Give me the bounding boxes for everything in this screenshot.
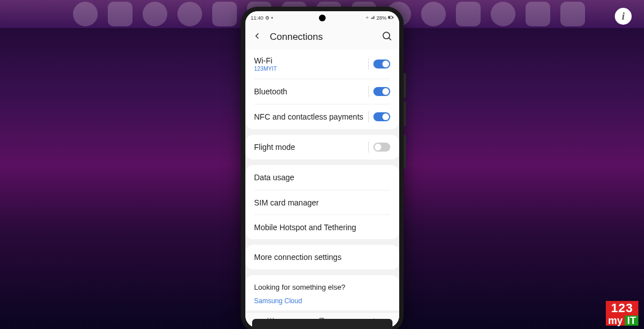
settings-row-wifi[interactable]: Wi-Fi 123MYIT: [245, 49, 399, 79]
dock-app-icon: [143, 2, 167, 26]
dock-app-icon: [456, 2, 481, 26]
info-icon[interactable]: i: [615, 8, 632, 25]
page-title: Connections: [270, 31, 373, 43]
flight-mode-toggle[interactable]: [373, 143, 390, 152]
watermark-top: 123: [606, 301, 638, 316]
row-label: Bluetooth: [254, 87, 368, 96]
dock-app-icon: [212, 2, 237, 26]
page-header: Connections: [245, 25, 399, 49]
status-dot-icon: •: [271, 15, 273, 21]
settings-row-bluetooth[interactable]: Bluetooth: [254, 79, 390, 104]
looking-for-prompt: Looking for something else?: [245, 275, 399, 294]
battery-text: 28%: [376, 15, 386, 21]
wifi-toggle[interactable]: [373, 60, 390, 68]
row-label: NFC and contactless payments: [254, 112, 368, 121]
status-time: 11:40: [251, 15, 264, 21]
samsung-cloud-link[interactable]: Samsung Cloud: [245, 294, 399, 310]
settings-group: Flight mode: [245, 135, 399, 159]
looking-for-section: Looking for something else? Samsung Clou…: [245, 275, 399, 310]
settings-row-nfc[interactable]: NFC and contactless payments: [254, 104, 390, 129]
settings-group: Data usage SIM card manager Mobile Hotsp…: [245, 165, 399, 239]
row-label: Flight mode: [254, 143, 368, 152]
settings-group: Wi-Fi 123MYIT Bluetooth NFC and contactl…: [245, 49, 399, 129]
battery-icon: [388, 15, 394, 21]
settings-row-flight-mode[interactable]: Flight mode: [245, 135, 399, 159]
svg-rect-2: [389, 17, 390, 19]
watermark-logo: 123 my IT: [606, 301, 638, 326]
dock-app-icon: [421, 2, 446, 26]
settings-row-data-usage[interactable]: Data usage: [245, 165, 399, 190]
watermark-my: my: [606, 316, 625, 326]
row-sublabel: 123MYIT: [254, 66, 368, 72]
power-button: [404, 135, 406, 168]
row-label: More connection settings: [254, 253, 342, 262]
divider: [368, 58, 369, 70]
volume-down-button: [404, 101, 406, 126]
row-label: Mobile Hotspot and Tethering: [254, 223, 357, 232]
signal-icon: [371, 15, 375, 21]
gear-icon: ⚙: [265, 15, 270, 21]
svg-point-3: [383, 32, 390, 39]
settings-group: More connection settings: [245, 245, 399, 269]
divider: [368, 141, 369, 153]
search-button[interactable]: [381, 30, 392, 44]
settings-row-sim-manager[interactable]: SIM card manager: [254, 190, 390, 214]
dock-app-icon: [73, 2, 98, 26]
wifi-icon: [365, 15, 369, 21]
dock-app-icon: [177, 2, 202, 26]
divider: [368, 111, 369, 122]
dock-app-icon: [526, 2, 550, 26]
watermark-it: IT: [625, 316, 638, 326]
settings-row-hotspot[interactable]: Mobile Hotspot and Tethering: [254, 214, 390, 239]
dock-app-icon: [108, 2, 133, 26]
volume-up-button: [404, 73, 406, 98]
nfc-toggle[interactable]: [373, 112, 390, 121]
divider: [368, 86, 369, 97]
svg-rect-1: [392, 17, 393, 18]
monitor-stand: [252, 319, 392, 329]
row-label: Data usage: [254, 173, 295, 182]
dock-app-icon: [560, 2, 585, 26]
settings-content: Wi-Fi 123MYIT Bluetooth NFC and contactl…: [245, 49, 399, 312]
row-label: Wi-Fi: [254, 56, 368, 65]
back-button[interactable]: [252, 31, 262, 43]
camera-hole: [319, 15, 326, 21]
row-label: SIM card manager: [254, 198, 319, 207]
settings-row-more-connection[interactable]: More connection settings: [245, 245, 399, 269]
bluetooth-toggle[interactable]: [373, 87, 390, 96]
phone-device: 11:40 ⚙ • 28% Connections: [241, 7, 404, 329]
dock-app-icon: [491, 2, 515, 26]
